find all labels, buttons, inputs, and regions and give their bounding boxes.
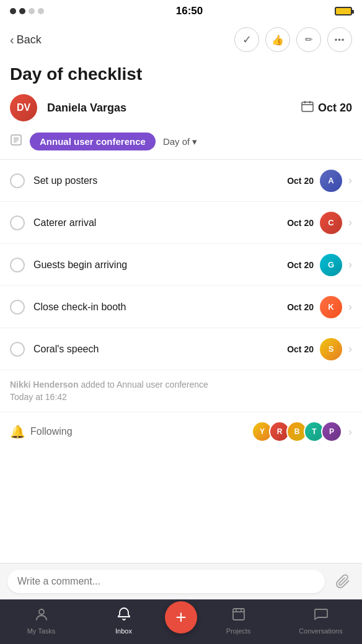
attachment-button[interactable] bbox=[331, 570, 355, 593]
assignee-avatar: DV bbox=[10, 94, 37, 121]
task-name: Caterer arrival bbox=[33, 217, 287, 228]
chevron-left-icon: ‹ bbox=[10, 33, 14, 47]
more-icon: ••• bbox=[335, 35, 345, 45]
header: ‹ Back ✓ 👍 ✏ ••• bbox=[0, 22, 362, 57]
project-date: Oct 20 bbox=[318, 102, 352, 115]
following-row[interactable]: 🔔 Following Y R B T P › bbox=[0, 412, 362, 451]
task-avatar: A bbox=[320, 170, 342, 192]
projects-icon bbox=[231, 606, 247, 626]
back-button[interactable]: ‹ Back bbox=[10, 33, 42, 47]
chevron-down-icon: ▾ bbox=[192, 136, 197, 147]
following-label: Following bbox=[30, 426, 252, 437]
task-list: Set up posters Oct 20 A › Caterer arriva… bbox=[0, 160, 362, 370]
tag-row: Annual user conference Day of ▾ bbox=[0, 126, 362, 159]
task-name: Close check-in booth bbox=[33, 302, 287, 313]
project-tag[interactable]: Annual user conference bbox=[30, 133, 156, 150]
header-actions: ✓ 👍 ✏ ••• bbox=[234, 27, 352, 52]
calendar-icon bbox=[301, 100, 314, 116]
chevron-right-icon: › bbox=[348, 425, 352, 438]
task-item[interactable]: Caterer arrival Oct 20 C › bbox=[0, 202, 362, 244]
task-date: Oct 20 bbox=[287, 218, 314, 228]
projects-label: Projects bbox=[226, 627, 251, 635]
task-check-3[interactable] bbox=[10, 258, 25, 272]
like-button[interactable]: 👍 bbox=[265, 27, 290, 52]
task-avatar: C bbox=[320, 212, 342, 234]
task-date: Oct 20 bbox=[287, 302, 314, 312]
status-bar: 16:50 bbox=[0, 0, 362, 22]
task-date: Oct 20 bbox=[287, 260, 314, 270]
my-tasks-label: My Tasks bbox=[27, 627, 56, 635]
day-of-button[interactable]: Day of ▾ bbox=[163, 136, 197, 147]
bell-nav-icon bbox=[116, 606, 132, 626]
task-item[interactable]: Set up posters Oct 20 A › bbox=[0, 160, 362, 202]
bottom-nav: My Tasks Inbox + Projects bbox=[0, 599, 362, 644]
task-check-4[interactable] bbox=[10, 300, 25, 315]
day-of-label: Day of bbox=[163, 136, 190, 147]
activity-text: added to Annual user conference bbox=[81, 380, 208, 389]
task-check-2[interactable] bbox=[10, 215, 25, 230]
following-avatars: Y R B T P bbox=[252, 421, 342, 442]
task-item[interactable]: Close check-in booth Oct 20 K › bbox=[0, 286, 362, 328]
conversations-label: Conversations bbox=[299, 627, 342, 635]
check-icon: ✓ bbox=[242, 33, 252, 46]
activity-author: Nikki Henderson bbox=[10, 380, 78, 389]
chevron-right-icon: › bbox=[348, 258, 352, 271]
task-avatar: G bbox=[320, 254, 342, 276]
task-avatar: K bbox=[320, 296, 342, 318]
clock: 16:50 bbox=[176, 5, 203, 17]
page-title: Day of checklist bbox=[0, 57, 362, 89]
comment-input[interactable] bbox=[7, 570, 325, 593]
task-avatar: S bbox=[320, 338, 342, 360]
person-icon bbox=[33, 606, 50, 626]
plus-icon: + bbox=[175, 608, 187, 627]
chevron-right-icon: › bbox=[348, 342, 352, 355]
chevron-right-icon: › bbox=[348, 216, 352, 229]
dot-4 bbox=[38, 8, 44, 14]
inbox-label: Inbox bbox=[115, 627, 132, 635]
edit-button[interactable]: ✏ bbox=[296, 27, 321, 52]
nav-inbox[interactable]: Inbox bbox=[82, 606, 165, 635]
thumbs-up-icon: 👍 bbox=[272, 34, 284, 46]
task-item[interactable]: Guests begin arriving Oct 20 G › bbox=[0, 244, 362, 286]
bell-icon: 🔔 bbox=[10, 424, 25, 439]
more-button[interactable]: ••• bbox=[327, 27, 352, 52]
activity-note: Nikki Henderson added to Annual user con… bbox=[0, 370, 362, 412]
follower-avatar: P bbox=[321, 421, 342, 442]
chevron-right-icon: › bbox=[348, 300, 352, 313]
task-name: Guests begin arriving bbox=[33, 259, 287, 271]
task-item[interactable]: Coral's speech Oct 20 S › bbox=[0, 328, 362, 370]
task-name: Coral's speech bbox=[33, 344, 287, 355]
task-name: Set up posters bbox=[33, 175, 287, 186]
task-check-5[interactable] bbox=[10, 342, 25, 357]
comment-section bbox=[0, 563, 362, 599]
complete-button[interactable]: ✓ bbox=[234, 27, 259, 52]
add-button[interactable]: + bbox=[165, 601, 197, 633]
task-date: Oct 20 bbox=[287, 344, 314, 354]
chevron-right-icon: › bbox=[348, 174, 352, 187]
dot-2 bbox=[19, 8, 25, 14]
back-label: Back bbox=[17, 33, 42, 46]
task-check-1[interactable] bbox=[10, 173, 25, 188]
activity-timestamp: Today at 16:42 bbox=[10, 392, 67, 402]
edit-icon: ✏ bbox=[305, 34, 313, 45]
date-badge: Oct 20 bbox=[301, 100, 352, 116]
svg-rect-9 bbox=[233, 609, 244, 620]
project-info-row: DV Daniela Vargas Oct 20 bbox=[0, 89, 362, 126]
battery-icon bbox=[335, 7, 352, 15]
svg-rect-0 bbox=[302, 102, 313, 111]
dot-1 bbox=[10, 8, 16, 14]
assignee-name: Daniela Vargas bbox=[47, 102, 126, 115]
dot-3 bbox=[29, 8, 35, 14]
signal-dots bbox=[10, 8, 44, 14]
checklist-icon bbox=[10, 134, 22, 149]
svg-point-8 bbox=[39, 609, 44, 614]
task-date: Oct 20 bbox=[287, 176, 314, 186]
nav-projects[interactable]: Projects bbox=[197, 606, 280, 635]
chat-icon bbox=[313, 606, 329, 626]
nav-my-tasks[interactable]: My Tasks bbox=[0, 606, 82, 635]
nav-conversations[interactable]: Conversations bbox=[280, 606, 362, 635]
